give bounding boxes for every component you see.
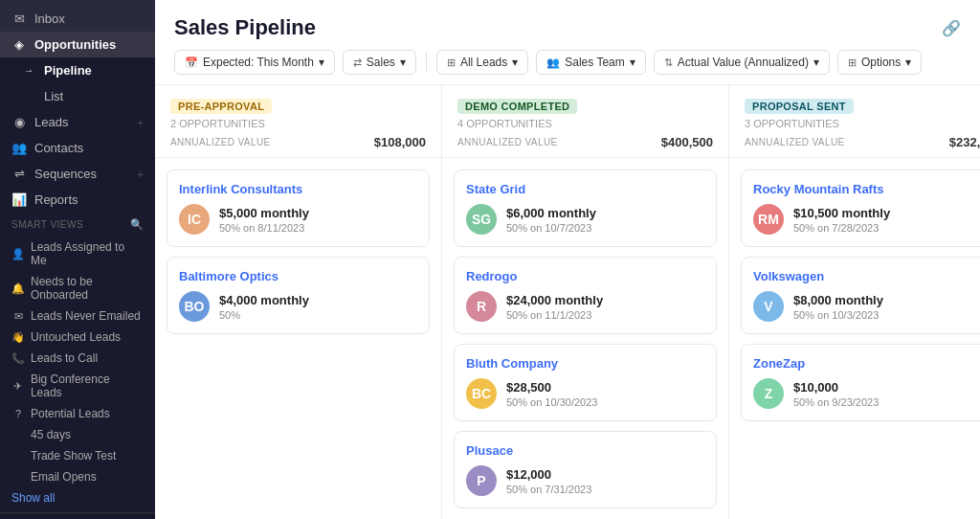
smart-view-potential-leads[interactable]: ? Potential Leads <box>0 403 155 424</box>
leads-add-icon[interactable]: + <box>138 117 144 128</box>
smart-view-leads-assigned[interactable]: 👤 Leads Assigned to Me <box>0 237 155 271</box>
annualized-row: ANNUALIZED VALUE $232,000 <box>745 135 980 149</box>
chevron-down-icon: ▾ <box>905 56 911 69</box>
card-info: $10,000 50% on 9/23/2023 <box>793 380 879 408</box>
card-info: $5,000 monthly 50% on 8/11/2023 <box>219 206 309 234</box>
column-header-demo-completed: DEMO COMPLETED 4 OPPORTUNITIES ANNUALIZE… <box>442 85 728 158</box>
options-icon: ⊞ <box>848 56 857 69</box>
expected-filter-button[interactable]: 📅 Expected: This Month ▾ <box>174 50 335 75</box>
sidebar-sequences-label: Sequences <box>34 167 97 181</box>
smart-views-header: Smart Views 🔍 <box>0 213 155 237</box>
email-icon: ✉ <box>11 310 25 323</box>
contacts-icon: 👥 <box>11 141 27 155</box>
sales-icon: ⇄ <box>353 56 362 69</box>
sidebar-item-list[interactable]: List <box>0 83 155 109</box>
card-plusace[interactable]: Plusace P $12,000 50% on 7/31/2023 <box>454 431 717 508</box>
card-bluth[interactable]: Bluth Company BC $28,500 50% on 10/30/20… <box>454 344 717 421</box>
smart-view-big-conference[interactable]: ✈ Big Conference Leads <box>0 369 155 403</box>
sidebar-item-label: Pipeline <box>44 63 92 78</box>
card-baltimore[interactable]: Baltimore Optics BO $4,000 monthly 50% <box>167 257 430 334</box>
column-proposal-sent: PROPOSAL SENT 3 OPPORTUNITIES ANNUALIZED… <box>729 85 980 519</box>
page-title: Sales Pipeline <box>174 15 316 40</box>
sidebar-contacts-label: Contacts <box>34 141 83 155</box>
card-zonezap[interactable]: ZoneZap Z $10,000 50% on 9/23/2023 <box>741 344 980 421</box>
sidebar: ✉ Inbox ◈ Opportunities → Pipeline List … <box>0 0 155 519</box>
smart-view-45days[interactable]: 45 days <box>0 424 155 445</box>
card-interlink[interactable]: Interlink Consultants IC $5,000 monthly … <box>167 169 430 247</box>
stage-badge: DEMO COMPLETED <box>457 99 577 114</box>
smart-view-email-opens[interactable]: Email Opens <box>0 466 155 487</box>
card-detail: 50% <box>219 309 309 321</box>
avatar: P <box>466 465 497 496</box>
plane-icon: ✈ <box>11 380 25 393</box>
card-title: ZoneZap <box>753 356 980 371</box>
sidebar-item-label: Inbox <box>34 11 65 26</box>
card-title: Baltimore Optics <box>179 269 417 283</box>
avatar: RM <box>753 204 784 235</box>
options-button[interactable]: ⊞ Options ▾ <box>837 50 922 75</box>
sidebar-item-pipeline[interactable]: → Pipeline <box>0 57 155 83</box>
smart-view-leads-to-call[interactable]: 📞 Leads to Call <box>0 348 155 369</box>
card-info: $24,000 monthly 50% on 11/1/2023 <box>506 293 603 321</box>
actual-value-filter-button[interactable]: ⇅ Actual Value (Annualized) ▾ <box>654 50 830 75</box>
smart-view-label: Untouched Leads <box>31 330 121 344</box>
sidebar-item-inbox[interactable]: ✉ Inbox <box>0 0 155 32</box>
card-redrogo[interactable]: Redrogo R $24,000 monthly 50% on 11/1/20… <box>454 257 717 334</box>
all-leads-filter-button[interactable]: ⊞ All Leads ▾ <box>436 50 528 75</box>
smart-views-search-icon[interactable]: 🔍 <box>130 218 144 231</box>
main-content: Sales Pipeline 🔗 📅 Expected: This Month … <box>155 0 980 519</box>
card-detail: 50% on 10/30/2023 <box>506 396 597 408</box>
sidebar-item-leads[interactable]: ◉ Leads + <box>0 109 155 135</box>
card-amount: $5,000 monthly <box>219 206 309 220</box>
card-volkswagen[interactable]: Volkswagen V $8,000 monthly 50% on 10/3/… <box>741 257 980 334</box>
card-rocky-mountain[interactable]: Rocky Mountain Rafts RM $10,500 monthly … <box>741 169 980 247</box>
sidebar-leads-label: Leads <box>34 115 68 129</box>
smart-view-label: Potential Leads <box>31 407 110 420</box>
card-info: $28,500 50% on 10/30/2023 <box>506 380 597 408</box>
inbox-icon: ✉ <box>11 11 27 26</box>
card-body: V $8,000 monthly 50% on 10/3/2023 <box>753 291 980 322</box>
sidebar-item-contacts[interactable]: 👥 Contacts <box>0 135 155 161</box>
leads-icon: ◉ <box>11 115 27 129</box>
avatar: BC <box>466 378 497 409</box>
card-title: Bluth Company <box>466 356 704 371</box>
show-all-link[interactable]: Show all <box>0 487 155 512</box>
column-body-proposal-sent: Rocky Mountain Rafts RM $10,500 monthly … <box>729 158 980 519</box>
sidebar-item-opportunities[interactable]: ◈ Opportunities <box>0 32 155 57</box>
card-amount: $8,000 monthly <box>793 293 883 307</box>
card-detail: 50% on 7/28/2023 <box>793 222 890 234</box>
smart-view-label: Trade Show Test <box>31 449 116 463</box>
sidebar-item-reports[interactable]: 📊 Reports <box>0 187 155 213</box>
smart-view-never-emailed[interactable]: ✉ Leads Never Emailed <box>0 305 155 327</box>
smart-view-label: Leads Assigned to Me <box>31 240 144 267</box>
all-leads-label: All Leads <box>460 56 507 69</box>
sales-team-label: Sales Team <box>565 56 624 69</box>
card-amount: $28,500 <box>506 380 597 395</box>
annualized-value: $400,500 <box>661 135 713 149</box>
link-icon[interactable]: 🔗 <box>942 19 961 37</box>
card-info: $12,000 50% on 7/31/2023 <box>506 467 591 495</box>
card-amount: $6,000 monthly <box>506 206 596 220</box>
toolbar-divider <box>426 53 427 72</box>
smart-view-trade-show[interactable]: Trade Show Test <box>0 445 155 466</box>
sales-team-filter-button[interactable]: 👥 Sales Team ▾ <box>536 50 645 75</box>
card-detail: 50% on 7/31/2023 <box>506 484 591 495</box>
person-icon: 👤 <box>11 248 25 260</box>
sequences-icon: ⇌ <box>11 167 27 181</box>
column-pre-approval: PRE-APPROVAL 2 OPPORTUNITIES ANNUALIZED … <box>155 85 442 519</box>
card-state-grid[interactable]: State Grid SG $6,000 monthly 50% on 10/7… <box>454 169 717 247</box>
sales-filter-button[interactable]: ⇄ Sales ▾ <box>343 50 416 75</box>
arrow-icon: → <box>21 65 36 76</box>
card-body: R $24,000 monthly 50% on 11/1/2023 <box>466 291 704 322</box>
avatar: SG <box>466 204 497 235</box>
smart-view-needs-onboarded[interactable]: 🔔 Needs to be Onboarded <box>0 271 155 305</box>
card-title: Interlink Consultants <box>179 182 417 196</box>
chevron-down-icon: ▾ <box>630 56 635 69</box>
column-demo-completed: DEMO COMPLETED 4 OPPORTUNITIES ANNUALIZE… <box>442 85 729 519</box>
sequences-add-icon[interactable]: + <box>138 169 144 180</box>
card-title: Plusace <box>466 443 704 458</box>
filter-icon: ⊞ <box>447 56 456 69</box>
chevron-down-icon: ▾ <box>400 56 406 69</box>
smart-view-untouched[interactable]: 👋 Untouched Leads <box>0 327 155 348</box>
sidebar-item-sequences[interactable]: ⇌ Sequences + <box>0 161 155 187</box>
